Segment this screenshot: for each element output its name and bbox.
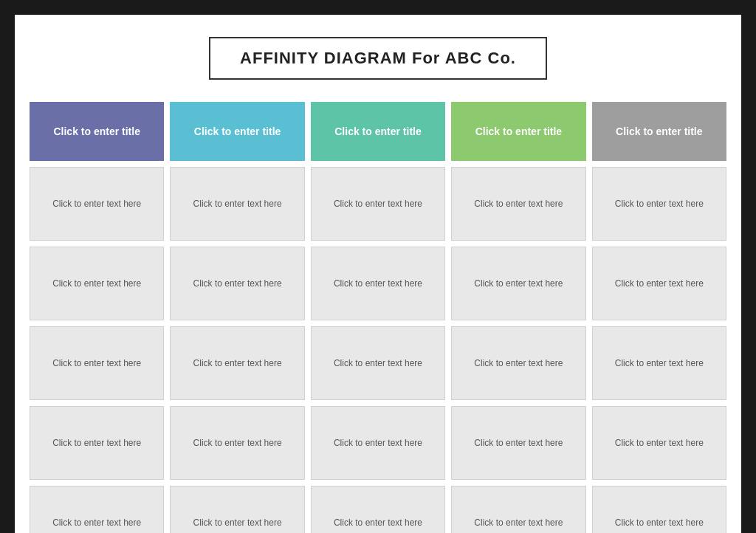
cell-col5-row5[interactable]: Click to enter text here	[592, 486, 726, 533]
cell-col3-row2[interactable]: Click to enter text here	[311, 247, 445, 320]
page-container: AFFINITY DIAGRAM For ABC Co. Click to en…	[15, 15, 741, 533]
cell-col1-row4[interactable]: Click to enter text here	[30, 406, 164, 480]
cell-col2-row2[interactable]: Click to enter text here	[170, 247, 304, 320]
cell-col3-row4[interactable]: Click to enter text here	[311, 406, 445, 480]
column-header-3[interactable]: Click to enter title	[311, 102, 445, 161]
column-header-1[interactable]: Click to enter title	[30, 102, 164, 161]
cell-col3-row3[interactable]: Click to enter text here	[311, 326, 445, 400]
cell-col5-row2[interactable]: Click to enter text here	[592, 247, 726, 320]
diagram-grid: Click to enter titleClick to enter text …	[30, 102, 726, 533]
cell-col3-row1[interactable]: Click to enter text here	[311, 167, 445, 241]
column-2: Click to enter titleClick to enter text …	[170, 102, 304, 533]
column-header-5[interactable]: Click to enter title	[592, 102, 726, 161]
main-title[interactable]: AFFINITY DIAGRAM For ABC Co.	[209, 37, 547, 80]
cell-col5-row1[interactable]: Click to enter text here	[592, 167, 726, 241]
cell-col3-row5[interactable]: Click to enter text here	[311, 486, 445, 533]
cell-col1-row2[interactable]: Click to enter text here	[30, 247, 164, 320]
column-4: Click to enter titleClick to enter text …	[451, 102, 585, 533]
cell-col5-row4[interactable]: Click to enter text here	[592, 406, 726, 480]
cell-col4-row5[interactable]: Click to enter text here	[451, 486, 585, 533]
cell-col1-row5[interactable]: Click to enter text here	[30, 486, 164, 533]
cell-col4-row4[interactable]: Click to enter text here	[451, 406, 585, 480]
cell-col2-row3[interactable]: Click to enter text here	[170, 326, 304, 400]
cell-col4-row1[interactable]: Click to enter text here	[451, 167, 585, 241]
cell-col4-row2[interactable]: Click to enter text here	[451, 247, 585, 320]
column-header-2[interactable]: Click to enter title	[170, 102, 304, 161]
column-1: Click to enter titleClick to enter text …	[30, 102, 164, 533]
column-5: Click to enter titleClick to enter text …	[592, 102, 726, 533]
cell-col2-row1[interactable]: Click to enter text here	[170, 167, 304, 241]
column-3: Click to enter titleClick to enter text …	[311, 102, 445, 533]
cell-col1-row3[interactable]: Click to enter text here	[30, 326, 164, 400]
cell-col5-row3[interactable]: Click to enter text here	[592, 326, 726, 400]
cell-col2-row4[interactable]: Click to enter text here	[170, 406, 304, 480]
column-header-4[interactable]: Click to enter title	[451, 102, 585, 161]
cell-col4-row3[interactable]: Click to enter text here	[451, 326, 585, 400]
title-container: AFFINITY DIAGRAM For ABC Co.	[30, 37, 726, 80]
cell-col1-row1[interactable]: Click to enter text here	[30, 167, 164, 241]
cell-col2-row5[interactable]: Click to enter text here	[170, 486, 304, 533]
